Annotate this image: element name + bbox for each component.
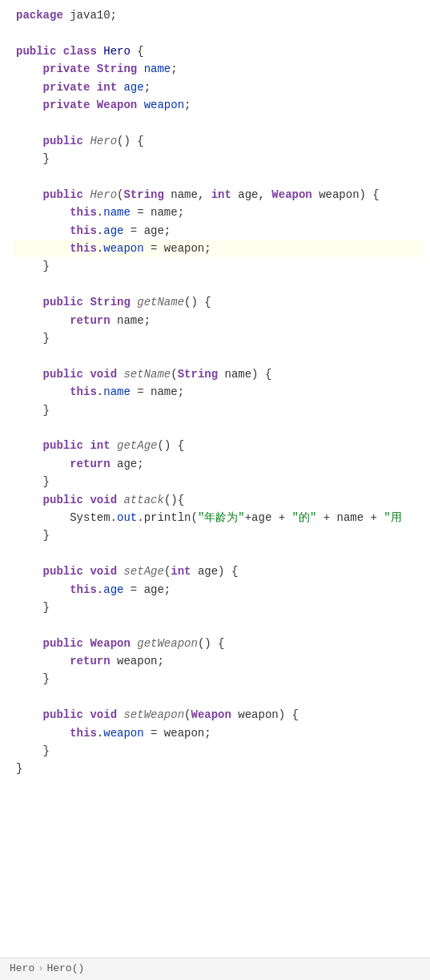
status-bar: Hero › Hero()	[0, 958, 430, 980]
line-getname-sig: public String getName() {	[13, 293, 424, 311]
line-setage-this: this.age = age;	[13, 581, 424, 599]
line-package: package java10;	[13, 6, 424, 24]
line-empty-1	[13, 24, 424, 42]
line-empty-3	[13, 168, 424, 186]
line-setweapon-close: }	[13, 742, 424, 760]
line-default-ctor-close: }	[13, 150, 424, 167]
line-empty-6	[13, 419, 424, 437]
line-empty-7	[13, 545, 424, 563]
line-attack-sig: public void attack(){	[13, 491, 424, 509]
breadcrumb-separator: ›	[38, 962, 43, 977]
line-return-weapon: return weapon;	[13, 652, 424, 670]
line-field-age: private int age;	[13, 79, 424, 96]
line-empty-2	[13, 114, 424, 131]
line-param-ctor-close: }	[13, 257, 424, 275]
line-setage-sig: public void setAge(int age) {	[13, 563, 424, 580]
line-getage-sig: public int getAge() {	[13, 437, 424, 454]
line-empty-4	[13, 276, 424, 293]
line-setweapon-this: this.weapon = weapon;	[13, 724, 424, 742]
line-setname-sig: public void setName(String name) {	[13, 365, 424, 383]
line-getweapon-sig: public Weapon getWeapon() {	[13, 635, 424, 652]
breadcrumb: Hero › Hero()	[10, 961, 84, 978]
line-class-decl: public class Hero {	[13, 42, 424, 60]
code-editor: package java10; public class Hero { priv…	[0, 0, 430, 784]
line-return-name: return name;	[13, 312, 424, 329]
line-getweapon-close: }	[13, 670, 424, 688]
line-field-name: private String name;	[13, 60, 424, 78]
line-field-weapon: private Weapon weapon;	[13, 96, 424, 114]
line-param-ctor-sig: public Hero(String name, int age, Weapon…	[13, 186, 424, 204]
line-class-close: }	[13, 760, 424, 777]
line-getname-close: }	[13, 329, 424, 347]
breadcrumb-class[interactable]: Hero	[10, 961, 34, 978]
line-getage-close: }	[13, 473, 424, 490]
line-default-ctor-open: public Hero() {	[13, 132, 424, 150]
line-this-weapon: this.weapon = weapon;	[13, 240, 424, 257]
line-setweapon-sig: public void setWeapon(Weapon weapon) {	[13, 706, 424, 724]
line-this-name: this.name = name;	[13, 204, 424, 221]
line-empty-8	[13, 616, 424, 634]
line-return-age: return age;	[13, 455, 424, 473]
line-empty-5	[13, 347, 424, 365]
breadcrumb-method: Hero()	[46, 961, 84, 978]
line-setname-this: this.name = name;	[13, 383, 424, 401]
code-content: package java10; public class Hero { priv…	[0, 6, 430, 778]
line-setage-close: }	[13, 599, 424, 616]
line-attack-close: }	[13, 526, 424, 544]
line-setname-close: }	[13, 401, 424, 419]
line-empty-9	[13, 688, 424, 706]
line-this-age: this.age = age;	[13, 222, 424, 240]
line-attack-body: System.out.println("年龄为"+age + "的" + nam…	[13, 509, 424, 526]
